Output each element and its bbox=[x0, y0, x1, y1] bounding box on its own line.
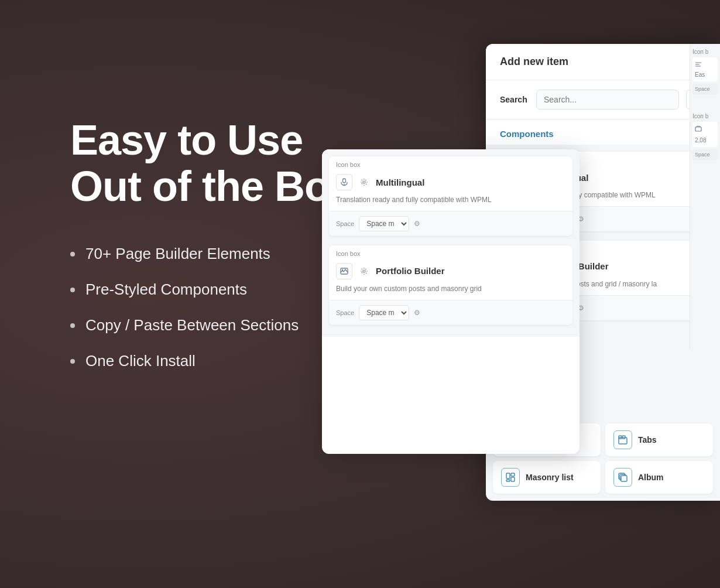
hero-title: Easy to Use Out of the Box bbox=[70, 117, 352, 210]
float-card1-icon bbox=[336, 174, 352, 190]
hero-title-line2: Out of the Box bbox=[70, 163, 352, 210]
svg-rect-13 bbox=[506, 473, 510, 478]
search-input[interactable] bbox=[536, 90, 679, 110]
svg-rect-16 bbox=[511, 477, 515, 481]
bullet-dot bbox=[70, 288, 75, 292]
svg-rect-14 bbox=[511, 473, 515, 476]
bottom-item-masonry[interactable]: Masonry list bbox=[493, 461, 601, 494]
hero-section: Easy to Use Out of the Box 70+ Page Buil… bbox=[70, 117, 352, 370]
bullet-item-2: Pre-Styled Components bbox=[70, 281, 352, 299]
bullet-dot bbox=[70, 323, 75, 328]
rcp-label2: Icon b bbox=[690, 108, 720, 119]
svg-point-28 bbox=[342, 269, 343, 271]
float-card1: Icon box M bbox=[329, 156, 572, 236]
masonry-icon bbox=[501, 468, 520, 487]
bottom-item-album[interactable]: Album bbox=[605, 461, 713, 494]
right-area: Add new item Search Components Icon box bbox=[322, 44, 720, 548]
bullet-dot bbox=[70, 359, 75, 364]
svg-point-26 bbox=[363, 181, 365, 183]
rcp-space-label2: Space bbox=[692, 149, 718, 160]
rcp-space-label: Space bbox=[692, 84, 718, 94]
float-card2-gear-icon[interactable] bbox=[357, 264, 371, 278]
float-card2: Icon box P bbox=[329, 245, 572, 325]
bullet-item-4: One Click Install bbox=[70, 352, 352, 370]
bullet-item-3: Copy / Paste Between Sections bbox=[70, 316, 352, 334]
float-card1-header: Multilingual bbox=[329, 170, 572, 195]
search-label: Search bbox=[500, 95, 529, 104]
float-card1-description: Translation ready and fully compatible w… bbox=[329, 195, 572, 211]
search-row: Search bbox=[486, 80, 720, 119]
float-card1-space-row: Space Space m Space s ⚙ bbox=[329, 211, 572, 236]
bullet-dot bbox=[70, 252, 75, 257]
album-icon bbox=[613, 468, 632, 487]
float-card2-space-select[interactable]: Space m Space s bbox=[359, 305, 409, 320]
float-card1-space-gear[interactable]: ⚙ bbox=[414, 220, 420, 228]
svg-rect-15 bbox=[506, 480, 510, 481]
svg-point-29 bbox=[363, 270, 365, 272]
float-card2-space-label: Space bbox=[336, 309, 354, 316]
float-card2-icon bbox=[336, 263, 352, 279]
float-card2-header: Portfolio Builder bbox=[329, 259, 572, 284]
svg-rect-19 bbox=[621, 476, 627, 481]
rcp-label1: Icon b bbox=[690, 44, 720, 55]
bullet-item-1: 70+ Page Builder Elements bbox=[70, 245, 352, 263]
masonry-label: Masonry list bbox=[526, 473, 574, 482]
float-card2-title: Portfolio Builder bbox=[376, 266, 565, 276]
float-card1-title: Multilingual bbox=[376, 177, 565, 187]
svg-rect-23 bbox=[695, 127, 701, 131]
float-panel-body: Icon box M bbox=[322, 149, 580, 337]
float-card2-box-label: Icon box bbox=[329, 245, 572, 259]
right-cutoff-panel: Icon b Eas Space Icon b 2,08 S bbox=[690, 44, 720, 348]
float-card1-box-label: Icon box bbox=[329, 156, 572, 170]
bottom-item-tabs[interactable]: Tabs bbox=[605, 423, 713, 456]
float-card1-space-select[interactable]: Space m Space s bbox=[359, 216, 409, 231]
panel-header: Add new item bbox=[486, 44, 720, 80]
tabs-label: Tabs bbox=[638, 435, 657, 445]
bullet-list: 70+ Page Builder Elements Pre-Styled Com… bbox=[70, 245, 352, 370]
album-label: Album bbox=[638, 473, 664, 482]
components-label: Components bbox=[486, 119, 720, 145]
float-card2-space-row: Space Space m Space s ⚙ bbox=[329, 300, 572, 325]
panel-title: Add new item bbox=[500, 56, 568, 67]
float-panel: Icon box M bbox=[322, 149, 580, 454]
svg-rect-24 bbox=[343, 179, 346, 183]
float-card1-space-label: Space bbox=[336, 220, 354, 227]
float-card1-gear-icon[interactable] bbox=[357, 175, 371, 189]
hero-title-line1: Easy to Use bbox=[70, 117, 352, 163]
rcp-value-text: 2,08 bbox=[695, 137, 715, 143]
float-card2-description: Build your own custom posts and masonry … bbox=[329, 284, 572, 300]
tabs-icon bbox=[613, 430, 632, 449]
float-card2-space-gear[interactable]: ⚙ bbox=[414, 309, 420, 317]
rcp-eas-text: Eas bbox=[695, 71, 715, 78]
